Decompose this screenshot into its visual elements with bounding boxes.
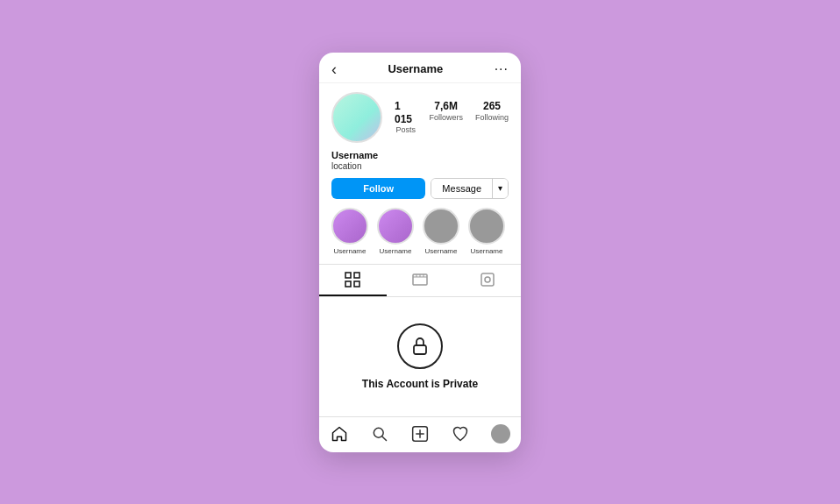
back-button[interactable]: ‹ [331, 61, 337, 77]
stat-followers[interactable]: 7,6M Followers [429, 100, 463, 134]
story-label-2: Username [380, 247, 412, 255]
tagged-icon [480, 272, 495, 287]
story-circle-4 [468, 208, 505, 245]
following-count: 265 [483, 100, 501, 112]
lock-circle [397, 323, 443, 369]
stories-row: Username Username Username Username [319, 208, 521, 264]
profile-section: 1 015 Posts 7,6M Followers 265 Following… [319, 83, 521, 208]
lock-icon [409, 336, 431, 357]
story-circle-1 [331, 208, 368, 245]
private-area: This Account is Private [319, 297, 521, 416]
bottom-navigation [319, 416, 521, 452]
app-header: ‹ Username ··· [319, 53, 521, 83]
story-item-3[interactable]: Username [423, 208, 459, 255]
action-buttons: Follow Message ▾ [331, 178, 509, 199]
message-dropdown-button[interactable]: ▾ [492, 179, 508, 198]
follow-button[interactable]: Follow [331, 178, 425, 199]
profile-name: Username [331, 150, 509, 160]
phone-frame: ‹ Username ··· 1 015 Posts 7,6M Follower… [319, 53, 521, 452]
profile-top-row: 1 015 Posts 7,6M Followers 265 Following [331, 92, 509, 143]
svg-point-10 [485, 277, 490, 282]
tab-grid[interactable] [319, 265, 387, 296]
story-label-1: Username [334, 247, 367, 255]
svg-rect-11 [414, 345, 426, 354]
svg-rect-3 [354, 281, 359, 287]
svg-rect-2 [345, 281, 351, 287]
nav-new-post[interactable] [400, 424, 440, 444]
following-label: Following [475, 113, 509, 122]
svg-rect-1 [354, 273, 359, 278]
svg-rect-9 [481, 273, 494, 286]
options-menu-button[interactable]: ··· [495, 61, 509, 77]
reels-icon [412, 272, 428, 287]
followers-label: Followers [429, 113, 463, 122]
grid-icon [345, 272, 360, 287]
story-label-4: Username [471, 247, 503, 255]
nav-avatar-small [491, 424, 510, 444]
story-label-3: Username [425, 247, 458, 255]
nav-home[interactable] [319, 424, 359, 444]
home-icon [331, 425, 348, 443]
nav-search[interactable] [359, 424, 400, 444]
nav-notifications[interactable] [440, 424, 481, 444]
story-circle-3 [423, 208, 459, 245]
svg-line-13 [382, 436, 387, 440]
content-tabs [319, 264, 521, 297]
header-title: Username [388, 62, 443, 75]
heart-icon [452, 425, 469, 443]
tab-reels[interactable] [387, 265, 454, 296]
posts-label: Posts [395, 125, 416, 134]
message-button-group: Message ▾ [431, 178, 509, 199]
private-account-text: This Account is Private [362, 378, 478, 390]
message-button[interactable]: Message [431, 179, 492, 198]
stat-following[interactable]: 265 Following [475, 100, 509, 134]
posts-count: 1 015 [395, 100, 416, 125]
story-item-4[interactable]: Username [468, 208, 505, 255]
tab-tagged[interactable] [453, 265, 521, 296]
stat-posts: 1 015 Posts [395, 100, 416, 134]
followers-count: 7,6M [434, 100, 458, 112]
stats-row: 1 015 Posts 7,6M Followers 265 Following [395, 100, 509, 134]
search-icon [371, 425, 388, 443]
story-item-2[interactable]: Username [377, 208, 414, 255]
new-post-icon [411, 425, 429, 443]
story-circle-2 [377, 208, 414, 245]
profile-location: location [331, 161, 509, 171]
story-item-1[interactable]: Username [331, 208, 368, 255]
nav-profile[interactable] [481, 424, 521, 444]
svg-rect-0 [345, 273, 351, 278]
avatar [331, 92, 382, 143]
